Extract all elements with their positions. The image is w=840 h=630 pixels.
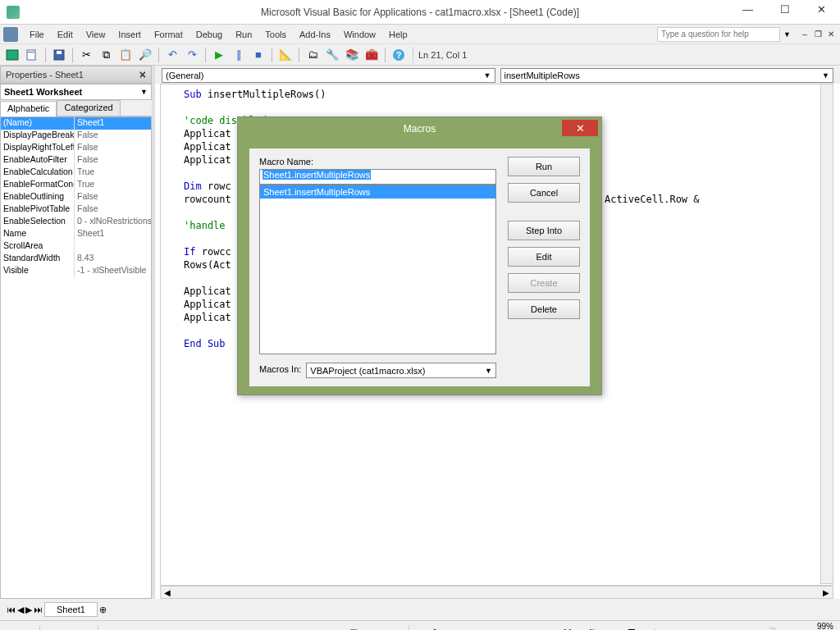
toolbox-icon[interactable]: 🧰 <box>363 46 381 64</box>
save-icon[interactable] <box>50 46 68 64</box>
undo-icon[interactable]: ↶ <box>163 46 181 64</box>
window-close-button[interactable]: ✕ <box>803 0 840 18</box>
properties-object-dropdown[interactable]: Sheet1 Worksheet ▼ <box>0 84 152 100</box>
run-button[interactable]: Run <box>508 157 580 176</box>
tab-nav-first-icon[interactable]: ⏮ <box>7 605 16 614</box>
settings-icon[interactable]: ⇅ <box>583 624 601 631</box>
find-icon[interactable]: 🔎 <box>136 46 154 64</box>
menu-run[interactable]: Run <box>229 27 258 42</box>
shuffle-icon[interactable]: ⤨ <box>672 624 690 631</box>
property-row[interactable]: EnableFormatConditionsCalculationTrue <box>1 179 151 191</box>
property-row[interactable]: (Name)Sheet1 <box>1 117 151 130</box>
macro-name-label: Macro Name: <box>259 157 496 167</box>
view-layout-icon[interactable]: ▤ <box>234 624 252 631</box>
window-maximize-button[interactable]: ☐ <box>766 0 803 18</box>
design-mode-icon[interactable]: 📐 <box>276 46 294 64</box>
add-sheet-icon[interactable]: ⊕ <box>99 605 107 615</box>
project-explorer-icon[interactable]: 🗂 <box>304 46 322 64</box>
properties-window-icon[interactable]: 🔧 <box>323 46 341 64</box>
chevron-down-icon: ▼ <box>485 367 492 375</box>
dialog-titlebar[interactable]: Macros ✕ <box>238 117 601 140</box>
skip-forward-icon[interactable]: ⏭ <box>519 624 537 631</box>
cursor-position-status: Ln 21, Col 1 <box>413 47 560 63</box>
tab-nav-next-icon[interactable]: ▶ <box>25 605 32 615</box>
property-row[interactable]: EnablePivotTableFalse <box>1 203 151 216</box>
volume-icon[interactable]: 🔊 <box>764 627 778 631</box>
view-pagebreak-icon[interactable]: ▧ <box>258 624 276 631</box>
skip-back-icon[interactable]: ⏮ <box>470 624 488 631</box>
property-row[interactable]: Visible-1 - xlSheetVisible <box>1 265 151 277</box>
property-row[interactable]: NameSheet1 <box>1 228 151 240</box>
menu-window[interactable]: Window <box>337 27 382 42</box>
tab-nav-last-icon[interactable]: ⏭ <box>34 605 43 614</box>
menu-format[interactable]: Format <box>148 27 189 42</box>
svg-rect-4 <box>57 51 62 54</box>
statusbar: Ready Scroll Lock ⏺ ▦ ▤ ▧ 100% − + ▶ ⏮ ■… <box>0 620 840 630</box>
menu-edit[interactable]: Edit <box>51 27 80 42</box>
list-icon[interactable]: ☰ <box>623 624 641 631</box>
property-row[interactable]: EnableSelection0 - xlNoRestrictions <box>1 216 151 228</box>
view-normal-icon[interactable]: ▦ <box>209 624 227 631</box>
menu-view[interactable]: View <box>80 27 112 42</box>
redo-icon[interactable]: ↷ <box>183 46 201 64</box>
repeat-icon[interactable]: ⟳ <box>647 624 665 631</box>
property-row[interactable]: EnableCalculationTrue <box>1 167 151 179</box>
help-icon[interactable]: ? <box>390 46 408 64</box>
run-icon[interactable]: ▶ <box>210 46 228 64</box>
property-row[interactable]: StandardWidth8.43 <box>1 253 151 265</box>
macro-list-item[interactable]: Sheet1.insertMultipleRows <box>260 185 495 199</box>
reset-icon[interactable]: ■ <box>249 46 267 64</box>
chevron-down-icon: ▼ <box>484 71 491 80</box>
tab-sheet1[interactable]: Sheet1 <box>44 602 98 617</box>
horizontal-scrollbar[interactable]: ◀ ▶ <box>160 586 833 599</box>
menu-tools[interactable]: Tools <box>258 27 293 42</box>
chevron-down-icon: ▼ <box>822 71 829 80</box>
menu-debug[interactable]: Debug <box>189 27 229 42</box>
macros-in-dropdown[interactable]: VBAProject (cat1macro.xlsx)▼ <box>306 363 496 378</box>
cancel-button[interactable]: Cancel <box>508 183 580 203</box>
break-icon[interactable]: ‖ <box>230 46 248 64</box>
menu-addins[interactable]: Add-Ins <box>293 27 337 42</box>
object-dropdown[interactable]: (General)▼ <box>162 68 495 83</box>
menu-file[interactable]: File <box>23 27 51 42</box>
property-row[interactable]: DisplayRightToLeftFalse <box>1 142 151 154</box>
macro-list[interactable]: Sheet1.insertMultipleRows <box>259 185 496 354</box>
paste-icon[interactable]: 📋 <box>116 46 135 64</box>
dialog-close-button[interactable]: ✕ <box>562 120 598 136</box>
copy-icon[interactable]: ⧉ <box>97 46 115 64</box>
procedure-dropdown[interactable]: insertMultipleRows▼ <box>500 68 834 83</box>
tab-categorized[interactable]: Categorized <box>57 100 120 116</box>
dialog-title: Macros <box>404 123 436 135</box>
stop-icon[interactable]: ■ <box>495 624 513 631</box>
macro-name-input[interactable]: Sheet1.insertMultipleRows <box>259 169 496 185</box>
property-row[interactable]: EnableOutliningFalse <box>1 191 151 203</box>
property-row[interactable]: EnableAutoFilterFalse <box>1 154 151 167</box>
insert-module-icon[interactable] <box>23 46 41 64</box>
vertical-scrollbar[interactable] <box>820 84 833 584</box>
help-search-dropdown-icon[interactable]: ▼ <box>783 30 791 39</box>
delete-button[interactable]: Delete <box>508 299 580 319</box>
chevron-down-icon: ▼ <box>140 88 148 96</box>
edit-button[interactable]: Edit <box>508 247 580 267</box>
menu-insert[interactable]: Insert <box>112 27 148 42</box>
cut-icon[interactable]: ✂ <box>77 46 95 64</box>
step-into-button[interactable]: Step Into <box>508 221 580 240</box>
object-browser-icon[interactable]: 📚 <box>343 46 361 64</box>
help-search-input[interactable] <box>657 27 780 42</box>
properties-close-button[interactable]: × <box>139 68 146 81</box>
mdi-close-button[interactable]: ✕ <box>825 29 837 40</box>
window-minimize-button[interactable]: — <box>729 0 766 18</box>
property-row[interactable]: DisplayPageBreaksFalse <box>1 130 151 142</box>
excel-icon[interactable] <box>3 27 18 42</box>
mdi-minimize-button[interactable]: – <box>799 29 810 40</box>
properties-grid[interactable]: (Name)Sheet1DisplayPageBreaksFalseDispla… <box>0 116 152 599</box>
tab-nav-prev-icon[interactable]: ◀ <box>17 605 24 615</box>
play-icon[interactable]: ▶ <box>431 624 449 631</box>
menu-help[interactable]: Help <box>382 27 414 42</box>
property-row[interactable]: ScrollArea <box>1 240 151 253</box>
view-excel-icon[interactable] <box>3 46 21 64</box>
fullscreen-icon[interactable]: ⛶ <box>559 624 577 631</box>
mdi-restore-button[interactable]: ❐ <box>812 29 824 40</box>
standard-toolbar: ✂ ⧉ 📋 🔎 ↶ ↷ ▶ ‖ ■ 📐 🗂 🔧 📚 🧰 ? Ln 21, Col… <box>0 44 840 66</box>
tab-alphabetic[interactable]: Alphabetic <box>0 101 57 116</box>
